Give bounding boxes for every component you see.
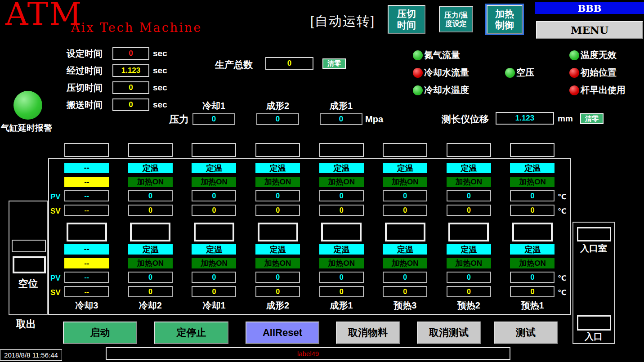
timer-label: 经过时间 bbox=[67, 65, 112, 77]
sv-value-box: -- bbox=[64, 286, 109, 297]
empty-slot-box bbox=[12, 240, 46, 252]
sv-value-box: 0 bbox=[510, 205, 555, 216]
pv-value-box: -- bbox=[64, 190, 109, 201]
heater-value: 加热ON bbox=[328, 177, 355, 187]
sv-value: 0 bbox=[340, 288, 344, 296]
mode-value: 定温 bbox=[142, 163, 158, 174]
mode-display: 定温 bbox=[192, 163, 236, 173]
nitrogen-flow-indicator: 氮气流量 bbox=[413, 46, 469, 64]
mode-value: 定温 bbox=[333, 244, 349, 255]
mode-display: 定温 bbox=[447, 244, 491, 255]
carrier-slot-box bbox=[192, 143, 236, 157]
takeout-label: 取出 bbox=[16, 317, 36, 331]
mode-value: 定温 bbox=[206, 163, 222, 174]
timestamp: 2018/8/8 11:56:44 bbox=[0, 349, 62, 361]
sv-value: 0 bbox=[531, 288, 535, 296]
pressure-value-box: 0 bbox=[320, 113, 362, 125]
station-slot-box bbox=[130, 223, 170, 241]
pressure-channel-name: 冷却1 bbox=[192, 100, 235, 113]
nav-button-line: 压力/温 bbox=[444, 11, 468, 19]
test-button[interactable]: 测试 bbox=[494, 322, 558, 344]
station-slot-row bbox=[55, 223, 564, 241]
timer-unit: sec bbox=[153, 83, 167, 93]
pv-value: 0 bbox=[340, 192, 344, 200]
start-button[interactable]: 启动 bbox=[63, 322, 137, 344]
pressure-value-box: 0 bbox=[192, 113, 235, 125]
sv-value-box: 0 bbox=[447, 286, 491, 297]
timer-label: 设定时间 bbox=[67, 48, 112, 60]
heater-value: 加热ON bbox=[456, 258, 483, 268]
mode-value: 定温 bbox=[524, 244, 541, 255]
pv-value: 0 bbox=[531, 273, 535, 282]
cancel-test-button[interactable]: 取消测试 bbox=[417, 322, 481, 344]
carrier-slot-box bbox=[319, 143, 364, 157]
station-label: 冷却1 bbox=[202, 299, 225, 312]
mode-display: 定温 bbox=[255, 244, 300, 255]
mode-display: 定温 bbox=[383, 163, 427, 173]
length-gauge-clear-button[interactable]: 清零 bbox=[580, 113, 604, 124]
pv-value-box: 0 bbox=[447, 272, 491, 283]
mode-value: 定温 bbox=[461, 163, 477, 174]
sv-value-box: 0 bbox=[319, 205, 364, 216]
station-label: 冷却3 bbox=[75, 299, 98, 312]
mode-value: 定温 bbox=[397, 163, 413, 174]
pressure-value: 0 bbox=[276, 115, 280, 124]
pv-value: 0 bbox=[212, 192, 216, 200]
heater-status: 加热ON bbox=[192, 177, 236, 187]
mode-value: 定温 bbox=[397, 244, 413, 255]
sv-value-box: 0 bbox=[255, 286, 300, 297]
pressure-channel-name: 成形1 bbox=[320, 100, 362, 113]
temp-controller-cell: -------- bbox=[64, 163, 109, 216]
sv-value-box: 0 bbox=[383, 286, 427, 297]
temp-controller-cell: 定温加热ON00 bbox=[383, 244, 427, 297]
heater-value: 加热ON bbox=[519, 258, 546, 268]
timer-row: 设定时间0sec bbox=[67, 45, 167, 62]
pv-value: 0 bbox=[403, 273, 407, 282]
temp-grid-lower-group: --------定温加热ON00定温加热ON00定温加热ON00定温加热ON00… bbox=[55, 244, 564, 297]
rod-early-out-indicator: 杆早出使用 bbox=[569, 81, 626, 99]
station-slot-box bbox=[512, 223, 553, 241]
heating-control-button[interactable]: 加热 制御 bbox=[487, 5, 523, 34]
station-slot-box bbox=[448, 223, 489, 241]
heater-status: 加热ON bbox=[447, 258, 491, 268]
production-clear-button[interactable]: 清零 bbox=[322, 58, 346, 69]
sv-value-box: 0 bbox=[255, 205, 300, 216]
production-total-label: 生产总数 bbox=[215, 58, 253, 71]
timer-value: 0 bbox=[129, 49, 133, 58]
heater-value: 加热ON bbox=[201, 177, 228, 187]
heater-status: 加热ON bbox=[383, 258, 427, 268]
mode-display: 定温 bbox=[128, 244, 173, 255]
sv-value: 0 bbox=[276, 206, 280, 215]
pv-value: -- bbox=[84, 273, 89, 282]
timer-row: 压切时间0sec bbox=[67, 79, 167, 96]
indicator-label: 空压 bbox=[516, 67, 534, 79]
press-cut-time-button[interactable]: 压切 时间 bbox=[388, 5, 425, 34]
menu-button[interactable]: MENU bbox=[536, 21, 643, 39]
carrier-slot-box bbox=[383, 143, 427, 157]
heater-value: 加热ON bbox=[456, 177, 483, 187]
sv-row-label: SV bbox=[50, 207, 61, 216]
heater-value: 加热ON bbox=[264, 258, 291, 268]
heater-status: 加热ON bbox=[383, 177, 427, 187]
temp-controller-cell: 定温加热ON00 bbox=[128, 244, 173, 297]
cancel-material-button[interactable]: 取消物料 bbox=[336, 322, 400, 344]
entry-station-panel: 入口室 入口 bbox=[572, 222, 615, 344]
pv-row-label: PV bbox=[50, 274, 61, 283]
stop-button[interactable]: 定停止 bbox=[154, 322, 228, 344]
mode-display: 定温 bbox=[383, 244, 427, 255]
entry-label: 入口 bbox=[573, 331, 614, 343]
heater-value: 加热ON bbox=[519, 177, 546, 187]
pressure-temp-setting-button[interactable]: 压力/温 度设定 bbox=[439, 6, 473, 32]
heater-value: 加热ON bbox=[392, 258, 419, 268]
temp-controller-cell: 定温加热ON00 bbox=[319, 244, 364, 297]
mode-value: -- bbox=[84, 245, 89, 254]
all-reset-button[interactable]: AllReset bbox=[246, 322, 319, 344]
sv-value: 0 bbox=[148, 206, 152, 215]
heater-value: 加热ON bbox=[137, 258, 164, 268]
pv-value-box: 0 bbox=[383, 190, 427, 201]
mode-value: 定温 bbox=[142, 244, 158, 255]
station-slot-box bbox=[67, 223, 107, 241]
sv-value-box: 0 bbox=[447, 205, 491, 216]
cooling-water-flow-indicator: 冷却水流量 bbox=[413, 64, 469, 81]
mode-display: 定温 bbox=[192, 244, 236, 255]
